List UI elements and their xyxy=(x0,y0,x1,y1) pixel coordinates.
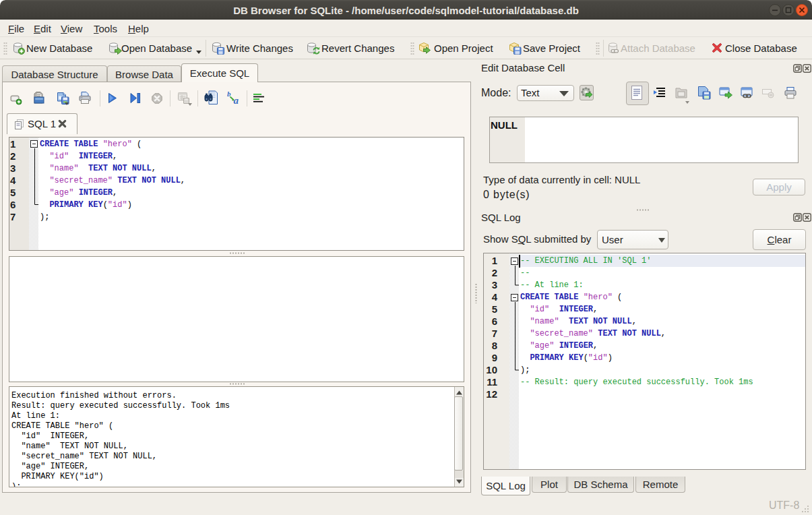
svg-text:a: a xyxy=(234,95,239,106)
